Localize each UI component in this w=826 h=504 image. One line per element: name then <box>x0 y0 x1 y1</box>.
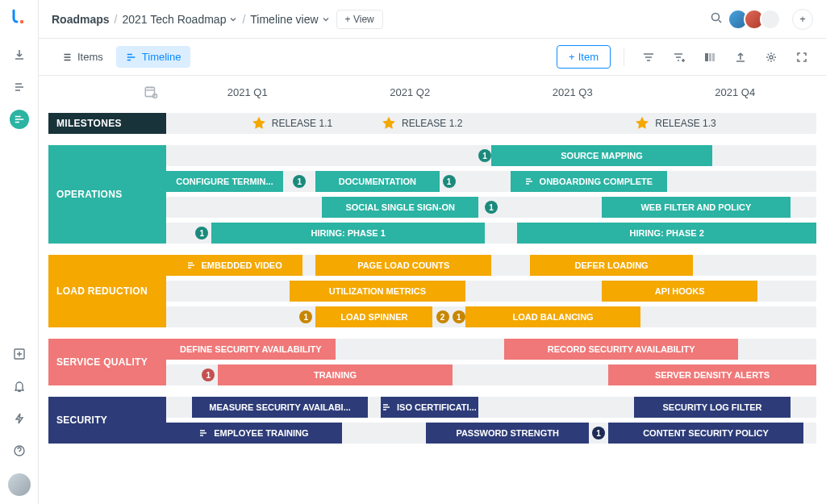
breadcrumb-view-label: Timeline view <box>250 13 318 26</box>
breadcrumb-sep: / <box>242 13 245 26</box>
tab-items-label: Items <box>77 51 103 63</box>
timeline-bar[interactable]: SOURCE MAPPING <box>491 145 712 166</box>
lane-label: SECURITY <box>48 397 166 444</box>
timeline-bar[interactable]: EMPLOYEE TRAINING <box>166 423 342 444</box>
timeline-track: TRAININGSERVER DENSITY ALERTS1 <box>166 364 816 385</box>
tab-items[interactable]: Items <box>52 46 113 68</box>
quarter-column: 2021 Q1 <box>166 86 329 98</box>
timeline-bar[interactable]: TRAINING <box>218 364 452 385</box>
count-badge[interactable]: 1 <box>453 310 465 323</box>
timeline-track: EMBEDDED VIDEOPAGE LOAD COUNTSDEFER LOAD… <box>166 255 816 276</box>
list-icon[interactable] <box>10 77 29 97</box>
svg-point-3 <box>712 13 720 20</box>
quarter-column: 2021 Q2 <box>329 86 492 98</box>
quarter-column: 2021 Q3 <box>491 86 654 98</box>
add-view-button[interactable]: + View <box>336 10 383 29</box>
timeline-bar[interactable]: SERVER DENSITY ALERTS <box>608 364 816 385</box>
lane-sq: SERVICE QUALITYDEFINE SECURITY AVAILABIL… <box>48 339 816 385</box>
timeline-track: MEASURE SECURITY AVAILABI...ISO CERTIFIC… <box>166 397 816 418</box>
date-settings-icon[interactable] <box>48 85 166 99</box>
count-badge[interactable]: 1 <box>485 201 498 214</box>
timeline-bar[interactable]: DEFINE SECURITY AVAILABILITY <box>166 339 336 360</box>
lane-tracks: DEFINE SECURITY AVAILABILITYRECORD SECUR… <box>166 339 816 385</box>
lane-milestones: MILESTONES RELEASE 1.1RELEASE 1.2RELEASE… <box>48 113 816 134</box>
bell-icon[interactable] <box>10 377 29 396</box>
timeline-bar[interactable]: DEFER LOADING <box>530 255 693 276</box>
timeline-bar[interactable]: PASSWORD STRENGTH <box>426 423 589 444</box>
lane-label: LOAD REDUCTION <box>48 255 166 327</box>
tab-timeline-label: Timeline <box>142 51 181 63</box>
timeline-bar[interactable]: MEASURE SECURITY AVAILABI... <box>192 397 368 418</box>
timeline-bar[interactable]: CONTENT SECURITY POLICY <box>608 423 803 444</box>
timeline-header: 2021 Q12021 Q22021 Q32021 Q4 <box>48 76 816 108</box>
avatar[interactable] <box>760 9 781 30</box>
help-icon[interactable] <box>10 441 29 460</box>
breadcrumb-project-label: 2021 Tech Roadmap <box>122 13 226 26</box>
timeline-area: 2021 Q12021 Q22021 Q32021 Q4 MILESTONES … <box>39 76 826 504</box>
milestone[interactable]: RELEASE 1.3 <box>634 115 715 131</box>
left-rail <box>0 0 39 504</box>
timeline-bar[interactable]: LOAD BALANCING <box>465 306 641 327</box>
view-tabs: Items Timeline <box>52 46 190 68</box>
timeline-bar[interactable]: RECORD SECURITY AVAILABILITY <box>504 339 738 360</box>
count-badge[interactable]: 1 <box>478 149 491 162</box>
lane-load: LOAD REDUCTIONEMBEDDED VIDEOPAGE LOAD CO… <box>48 255 816 327</box>
timeline-bar[interactable]: CONFIGURE TERMIN... <box>166 171 283 192</box>
timeline-bar[interactable]: UTILIZATION METRICS <box>290 281 465 302</box>
top-bar: Roadmaps / 2021 Tech Roadmap / Timeline … <box>39 0 826 39</box>
count-badge[interactable]: 1 <box>293 175 306 188</box>
breadcrumb-project[interactable]: 2021 Tech Roadmap <box>122 13 237 26</box>
milestone[interactable]: RELEASE 1.2 <box>381 115 462 131</box>
lane-ops: OPERATIONSSOURCE MAPPING1CONFIGURE TERMI… <box>48 145 816 244</box>
timeline-bar[interactable]: WEB FILTER AND POLICY <box>602 197 791 218</box>
timeline-bar[interactable]: ONBOARDING COMPLETE <box>511 171 666 192</box>
filter-add-icon[interactable] <box>668 46 690 69</box>
timeline-bar[interactable]: ISO CERTIFICATI... <box>381 397 478 418</box>
add-box-icon[interactable] <box>10 344 29 364</box>
timeline-bar[interactable]: PAGE LOAD COUNTS <box>315 255 491 276</box>
breadcrumb-view[interactable]: Timeline view <box>250 13 329 26</box>
search-icon[interactable] <box>710 11 726 27</box>
timeline-bar[interactable]: SOCIAL SINGLE SIGN-ON <box>322 197 478 218</box>
count-badge[interactable]: 1 <box>443 175 456 188</box>
milestone[interactable]: RELEASE 1.1 <box>251 115 332 131</box>
svg-rect-6 <box>712 53 715 61</box>
add-collaborator-button[interactable]: + <box>792 9 813 30</box>
timeline-bar[interactable]: API HOOKS <box>602 281 757 302</box>
gantt-icon <box>126 52 137 63</box>
collaborator-avatars <box>732 9 781 30</box>
columns-icon[interactable] <box>699 46 721 69</box>
count-badge[interactable]: 1 <box>195 227 208 240</box>
app-logo <box>11 8 27 24</box>
plus-icon: + <box>569 51 575 63</box>
lane-label: SERVICE QUALITY <box>48 339 166 385</box>
timeline-bar[interactable]: HIRING: PHASE 2 <box>517 223 816 244</box>
tab-timeline[interactable]: Timeline <box>116 46 191 68</box>
count-badge[interactable]: 1 <box>202 369 215 381</box>
count-badge[interactable]: 1 <box>592 427 605 439</box>
timeline-bar[interactable]: EMBEDDED VIDEO <box>166 255 302 276</box>
breadcrumb-root[interactable]: Roadmaps <box>52 13 110 26</box>
gear-icon[interactable] <box>760 46 782 69</box>
timeline-bar[interactable]: SECURITY LOG FILTER <box>634 397 790 418</box>
lane-tracks: EMBEDDED VIDEOPAGE LOAD COUNTSDEFER LOAD… <box>166 255 816 327</box>
timeline-bar[interactable]: DOCUMENTATION <box>315 171 439 192</box>
filter-icon[interactable] <box>637 46 660 69</box>
count-badge[interactable]: 2 <box>436 310 449 323</box>
svg-point-0 <box>19 20 23 23</box>
count-badge[interactable]: 1 <box>299 310 312 323</box>
current-user-avatar[interactable] <box>8 473 31 496</box>
fullscreen-icon[interactable] <box>791 46 813 69</box>
export-icon[interactable] <box>729 46 752 69</box>
timeline-bar[interactable]: LOAD SPINNER <box>315 306 432 327</box>
download-icon[interactable] <box>10 45 29 65</box>
timeline-track: SOCIAL SINGLE SIGN-ONWEB FILTER AND POLI… <box>166 197 816 218</box>
quarter-column: 2021 Q4 <box>654 86 817 98</box>
bolt-icon[interactable] <box>10 409 29 428</box>
timeline-track: HIRING: PHASE 1HIRING: PHASE 21 <box>166 223 816 244</box>
timeline-icon[interactable] <box>10 110 29 129</box>
add-item-button[interactable]: + Item <box>557 45 611 69</box>
quarter-columns: 2021 Q12021 Q22021 Q32021 Q4 <box>166 86 816 98</box>
timeline-bar[interactable]: HIRING: PHASE 1 <box>211 223 485 244</box>
svg-rect-4 <box>705 53 708 61</box>
